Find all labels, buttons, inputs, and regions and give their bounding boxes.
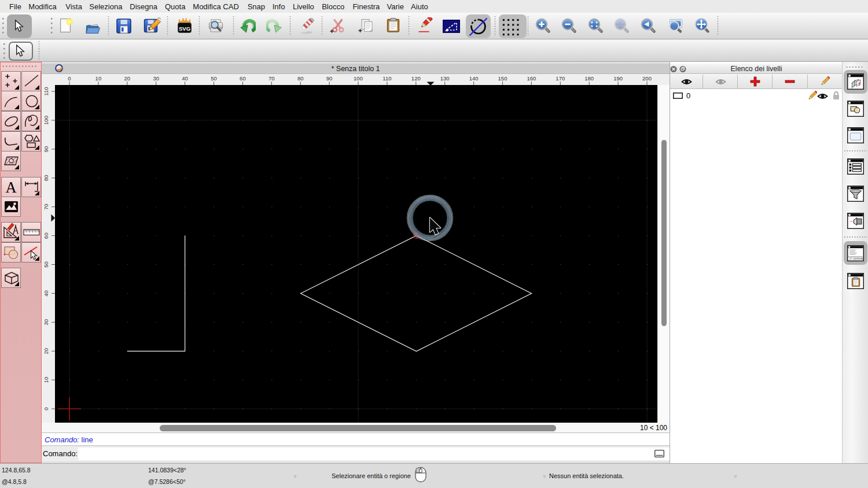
svg-text:100: 100 <box>43 116 49 125</box>
svg-text:50: 50 <box>43 261 49 268</box>
svg-text:30: 30 <box>43 319 49 326</box>
svg-text:40: 40 <box>182 75 188 82</box>
svg-text:80: 80 <box>297 75 304 82</box>
svg-text:170: 170 <box>556 75 565 82</box>
svg-text:130: 130 <box>440 75 450 82</box>
svg-text:0: 0 <box>43 407 49 410</box>
svg-text:60: 60 <box>43 232 49 239</box>
svg-text:20: 20 <box>43 348 49 354</box>
svg-text:40: 40 <box>43 290 49 297</box>
svg-text:200: 200 <box>642 75 652 82</box>
svg-text:180: 180 <box>584 75 594 82</box>
svg-text:90: 90 <box>43 146 49 153</box>
svg-text:60: 60 <box>240 75 246 82</box>
svg-text:120: 120 <box>411 75 421 82</box>
svg-text:50: 50 <box>211 75 217 82</box>
svg-text:100: 100 <box>354 75 363 82</box>
svg-text:110: 110 <box>382 75 391 82</box>
svg-text:30: 30 <box>153 75 159 82</box>
svg-text:140: 140 <box>469 75 479 82</box>
svg-text:SVG: SVG <box>179 25 190 32</box>
svg-text:c> command: c> command <box>849 257 864 260</box>
svg-text:80: 80 <box>43 175 49 182</box>
svg-text:190: 190 <box>613 75 623 82</box>
svg-text:A: A <box>5 179 16 196</box>
svg-text:20: 20 <box>124 75 131 82</box>
svg-text:10: 10 <box>95 75 102 82</box>
svg-text:110: 110 <box>43 87 49 96</box>
svg-text:150: 150 <box>498 75 507 82</box>
svg-text:90: 90 <box>326 75 333 82</box>
svg-text:70: 70 <box>269 75 275 82</box>
svg-text:10: 10 <box>43 377 49 383</box>
svg-text:0: 0 <box>68 75 71 82</box>
svg-text:160: 160 <box>527 75 536 82</box>
svg-text:70: 70 <box>43 204 49 210</box>
